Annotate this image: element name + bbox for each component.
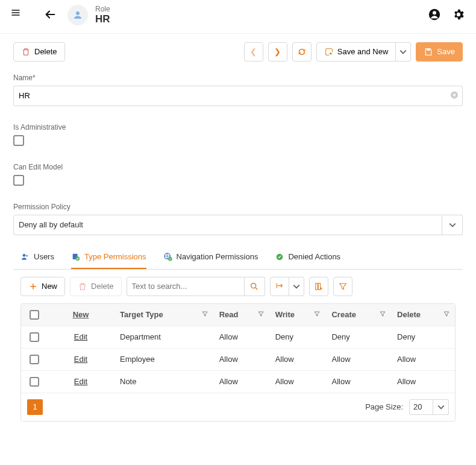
tab-users-label: Users xyxy=(34,252,54,261)
page-title: HR xyxy=(95,13,110,25)
edit-link[interactable]: Edit xyxy=(74,355,87,364)
select-all-checkbox[interactable] xyxy=(30,310,39,320)
menu-button[interactable] xyxy=(11,8,25,22)
delete-button[interactable]: Delete xyxy=(13,42,65,62)
grid-delete-button[interactable]: Delete xyxy=(70,277,122,296)
back-button[interactable] xyxy=(43,8,57,23)
page-size-input[interactable]: 20 xyxy=(409,399,433,415)
table-row: EditEmployeeAllowAllowAllowAllow xyxy=(21,348,455,370)
svg-rect-5 xyxy=(427,48,430,50)
save-and-new-dropdown[interactable] xyxy=(396,42,411,62)
cell-read: Allow xyxy=(213,370,269,393)
svg-point-0 xyxy=(76,11,80,15)
denied-actions-icon xyxy=(275,252,284,262)
caret-down-icon xyxy=(449,221,456,229)
col-delete[interactable]: Delete xyxy=(397,310,421,319)
col-read[interactable]: Read xyxy=(219,310,239,319)
permission-policy-select[interactable]: Deny all by default xyxy=(13,215,442,235)
tab-denied-actions[interactable]: Denied Actions xyxy=(275,246,340,269)
account-icon[interactable] xyxy=(428,8,441,23)
users-icon xyxy=(20,252,30,262)
chevron-right-icon: ❯ xyxy=(274,47,281,56)
col-write[interactable]: Write xyxy=(275,310,295,319)
save-button[interactable]: Save xyxy=(416,42,463,62)
filter-delete-icon[interactable] xyxy=(443,310,450,319)
svg-point-14 xyxy=(251,283,256,288)
table-header-row: New Target Type Read Write Create Delete xyxy=(21,304,455,326)
clear-filter-button[interactable] xyxy=(333,277,352,296)
column-chooser-button[interactable] xyxy=(309,277,328,296)
svg-point-2 xyxy=(433,11,436,14)
save-icon xyxy=(424,47,433,57)
columns-icon xyxy=(314,282,324,291)
can-edit-model-checkbox[interactable] xyxy=(13,175,24,186)
permission-policy-label: Permission Policy xyxy=(13,203,463,211)
name-label: Name* xyxy=(13,74,463,82)
name-field[interactable] xyxy=(13,86,463,106)
cell-create: Allow xyxy=(325,348,391,370)
edit-link[interactable]: Edit xyxy=(74,377,87,386)
is-administrative-label: Is Administrative xyxy=(13,123,463,131)
settings-icon[interactable] xyxy=(452,8,465,23)
filter-icon xyxy=(338,282,348,291)
next-record-button[interactable]: ❯ xyxy=(268,42,287,62)
refresh-button[interactable] xyxy=(292,42,312,62)
cell-target-type: Department xyxy=(114,326,213,348)
filter-write-icon[interactable] xyxy=(313,310,321,319)
export-button[interactable] xyxy=(270,277,289,296)
svg-rect-15 xyxy=(315,283,317,289)
can-edit-model-label: Can Edit Model xyxy=(13,163,463,171)
row-checkbox[interactable] xyxy=(30,332,39,342)
cell-read: Allow xyxy=(213,326,269,348)
grid-new-button[interactable]: New xyxy=(20,277,65,296)
prev-record-button[interactable]: ❮ xyxy=(244,42,263,62)
tab-type-permissions-label: Type Permissions xyxy=(84,252,146,261)
filter-create-icon[interactable] xyxy=(379,310,386,319)
row-checkbox[interactable] xyxy=(30,355,39,364)
page-1[interactable]: 1 xyxy=(27,399,43,415)
role-avatar xyxy=(67,5,88,25)
tab-users[interactable]: Users xyxy=(20,246,54,269)
grid-new-label: New xyxy=(42,282,57,291)
filter-target-type-icon[interactable] xyxy=(201,310,208,319)
tab-type-permissions[interactable]: Type Permissions xyxy=(71,246,146,269)
row-checkbox[interactable] xyxy=(30,377,39,387)
cell-delete: Allow xyxy=(391,348,455,370)
page-size-dropdown[interactable] xyxy=(433,399,449,415)
search-input[interactable] xyxy=(127,277,245,296)
plus-icon xyxy=(28,282,38,291)
edit-link[interactable]: Edit xyxy=(74,332,87,341)
export-icon xyxy=(275,282,284,291)
chevron-left-icon: ❮ xyxy=(250,47,257,56)
tab-navigation-permissions[interactable]: Navigation Permissions xyxy=(163,246,258,269)
search-button[interactable] xyxy=(245,277,265,296)
cell-write: Deny xyxy=(269,326,326,348)
permission-policy-dropdown[interactable] xyxy=(442,215,463,235)
cell-delete: Allow xyxy=(391,370,455,393)
clear-name-icon[interactable] xyxy=(449,90,459,101)
filter-read-icon[interactable] xyxy=(257,310,265,319)
save-and-new-button[interactable]: Save and New xyxy=(316,42,396,62)
header-new-link[interactable]: New xyxy=(73,310,89,319)
svg-point-8 xyxy=(26,255,28,257)
type-permissions-icon xyxy=(71,252,81,262)
page-size-label: Page Size: xyxy=(365,402,403,411)
page-type-label: Role xyxy=(95,5,110,13)
col-create[interactable]: Create xyxy=(331,310,355,319)
cell-write: Allow xyxy=(269,348,326,370)
cell-create: Allow xyxy=(325,370,391,393)
save-and-new-label: Save and New xyxy=(337,47,389,56)
col-target-type[interactable]: Target Type xyxy=(120,310,163,319)
navigation-permissions-icon xyxy=(163,252,173,262)
caret-down-icon xyxy=(437,403,445,411)
trash-icon xyxy=(21,47,31,57)
save-and-new-group: Save and New xyxy=(316,42,412,62)
caret-down-icon xyxy=(399,48,407,55)
is-administrative-checkbox[interactable] xyxy=(13,135,24,146)
cell-target-type: Employee xyxy=(114,348,213,370)
grid-delete-label: Delete xyxy=(91,282,114,291)
save-new-icon xyxy=(324,47,334,57)
export-dropdown[interactable] xyxy=(289,277,304,296)
cell-delete: Deny xyxy=(391,326,455,348)
cell-target-type: Note xyxy=(114,370,213,393)
